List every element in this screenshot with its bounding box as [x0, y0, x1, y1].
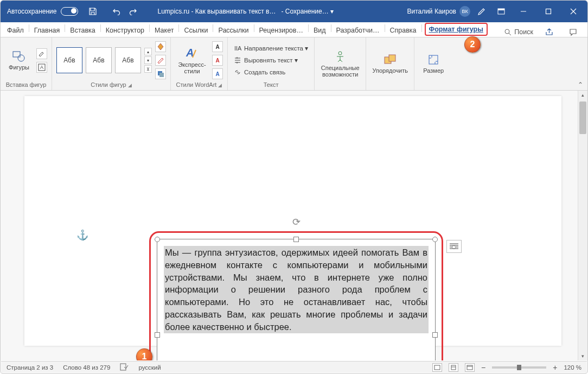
svg-text:A: A	[40, 65, 43, 70]
tab-references[interactable]: Ссылки	[180, 24, 212, 37]
svg-rect-20	[451, 365, 456, 370]
text-effects-icon[interactable]: A	[212, 68, 223, 79]
zoom-out-button[interactable]: −	[481, 363, 485, 372]
zoom-slider[interactable]	[492, 366, 546, 369]
resize-handle-t[interactable]	[293, 237, 299, 242]
tab-file[interactable]: Файл	[3, 24, 28, 37]
search-box[interactable]: Поиск	[504, 28, 533, 36]
text-direction-button[interactable]: IIA Направление текста ▾	[232, 44, 310, 53]
status-language[interactable]: русский	[138, 364, 161, 371]
align-text-button[interactable]: Выровнять текст ▾	[232, 56, 310, 65]
scroll-thumb[interactable]	[579, 102, 586, 134]
style-gallery-down-icon[interactable]: ▾	[144, 56, 152, 64]
maximize-button[interactable]	[538, 1, 559, 22]
edit-shape-icon[interactable]	[36, 48, 47, 59]
tab-review[interactable]: Рецензиров…	[255, 24, 308, 37]
svg-rect-19	[434, 365, 440, 370]
zoom-level[interactable]: 120 %	[564, 364, 581, 371]
tab-design[interactable]: Конструктор	[101, 24, 149, 37]
style-gallery-up-icon[interactable]: ▴	[144, 48, 152, 55]
resize-handle-tr[interactable]	[432, 237, 438, 242]
tab-insert[interactable]: Вставка	[66, 24, 99, 37]
draw-icon[interactable]	[477, 7, 487, 16]
svg-point-4	[505, 29, 509, 34]
text-box-icon[interactable]: A	[36, 62, 47, 73]
comments-icon[interactable]	[568, 27, 578, 37]
svg-rect-17	[429, 55, 438, 64]
title-bar: Автосохранение Lumpics.ru - Как выравнив…	[1, 1, 587, 22]
vertical-scrollbar[interactable]: ▴ ▾	[578, 91, 587, 360]
status-page[interactable]: Страница 2 из 3	[7, 364, 53, 371]
text-outline-icon[interactable]: A	[212, 55, 223, 66]
anchor-icon: ⚓	[76, 229, 88, 241]
tab-developer[interactable]: Разработчи…	[332, 24, 384, 37]
svg-rect-6	[13, 52, 20, 57]
size-button[interactable]: Размер	[419, 46, 448, 81]
shape-style-3[interactable]: Абв	[115, 47, 141, 73]
minimize-button[interactable]	[513, 1, 534, 22]
saving-status[interactable]: - Сохранение… ▾	[282, 8, 334, 15]
callout-1: 1	[136, 348, 152, 360]
view-print-icon[interactable]	[449, 363, 458, 372]
svg-text:IIA: IIA	[234, 45, 241, 52]
accessibility-button[interactable]: Специальные возможности	[319, 46, 361, 81]
text-box-frame[interactable]: ⟳ Мы — группа энтузиастов, одержимых иде…	[152, 234, 440, 360]
tab-view[interactable]: Вид	[309, 24, 330, 37]
arrange-button[interactable]: Упорядочить	[370, 46, 410, 81]
tab-shape-format[interactable]: Формат фигуры	[425, 23, 488, 36]
scroll-up-icon[interactable]: ▴	[578, 91, 587, 99]
svg-point-14	[338, 52, 342, 55]
create-link-button[interactable]: Создать связь	[232, 68, 310, 77]
document-workspace: ⚓ ⟳ Мы — группа энтузиастов, одержимых и…	[1, 91, 587, 360]
avatar[interactable]: ВК	[459, 6, 470, 17]
resize-handle-r[interactable]	[432, 332, 438, 338]
ribbon-group-text: IIA Направление текста ▾ Выровнять текст…	[228, 37, 315, 90]
view-web-icon[interactable]	[465, 363, 475, 372]
shape-outline-icon[interactable]	[155, 55, 166, 66]
status-words[interactable]: Слово 48 из 279	[63, 364, 110, 371]
ribbon-group-accessibility: Специальные возможности	[315, 37, 366, 90]
autosave-group: Автосохранение	[1, 7, 85, 16]
zoom-in-button[interactable]: +	[553, 363, 557, 372]
text-fill-icon[interactable]: A	[212, 41, 223, 52]
wordart-styles-button[interactable]: A Экспресс-стили	[175, 42, 209, 78]
share-icon[interactable]	[544, 27, 554, 37]
style-gallery-more-icon[interactable]: ⊻	[144, 65, 152, 73]
status-bar: Страница 2 из 3 Слово 48 из 279 русский …	[1, 361, 587, 373]
ribbon-group-shape-styles: Абв Абв Абв ▴ ▾ ⊻ Стили фигур ◢	[52, 37, 171, 90]
svg-rect-22	[467, 365, 472, 370]
undo-icon[interactable]	[112, 7, 122, 16]
autosave-toggle[interactable]	[61, 7, 78, 16]
save-icon[interactable]	[88, 7, 98, 16]
resize-handle-tl[interactable]	[155, 237, 160, 242]
ribbon-display-icon[interactable]	[496, 7, 506, 16]
close-button[interactable]	[563, 1, 584, 22]
svg-rect-1	[498, 9, 504, 10]
shapes-button[interactable]: Фигуры	[5, 42, 33, 78]
ribbon-group-insert-shapes: Фигуры A Вставка фигур	[1, 37, 52, 90]
svg-rect-3	[546, 9, 551, 14]
tab-help[interactable]: Справка	[386, 24, 421, 37]
ribbon-group-wordart: A Экспресс-стили A A A Стили WordArt ◢	[171, 37, 228, 90]
collapse-ribbon-icon[interactable]: ⌃	[578, 81, 583, 88]
ribbon-group-arrange: Упорядочить	[366, 37, 414, 90]
spellcheck-icon[interactable]	[120, 363, 129, 372]
tab-home[interactable]: Главная	[30, 24, 65, 37]
group-label-insert: Вставка фигур	[5, 80, 47, 89]
resize-handle-l[interactable]	[155, 332, 160, 338]
shape-fill-icon[interactable]	[155, 41, 166, 52]
scroll-down-icon[interactable]: ▾	[578, 352, 587, 360]
svg-line-5	[509, 33, 511, 35]
layout-options-button[interactable]	[446, 240, 462, 253]
document-title: Lumpics.ru - Как выравнивать текст в…	[157, 8, 276, 15]
rotate-handle-icon[interactable]: ⟳	[292, 216, 301, 228]
tab-mailings[interactable]: Рассылки	[214, 24, 253, 37]
text-box-content[interactable]: Мы — группа энтузиастов, одержимых идеей…	[164, 246, 429, 333]
shape-effects-icon[interactable]	[155, 68, 166, 79]
view-focus-icon[interactable]	[432, 363, 442, 372]
shape-style-1[interactable]: Абв	[56, 47, 82, 73]
tab-layout[interactable]: Макет	[150, 24, 178, 37]
ribbon: Фигуры A Вставка фигур Абв Абв Абв ▴ ▾ ⊻	[1, 37, 587, 91]
redo-icon[interactable]	[128, 7, 138, 16]
shape-style-2[interactable]: Абв	[86, 47, 112, 73]
